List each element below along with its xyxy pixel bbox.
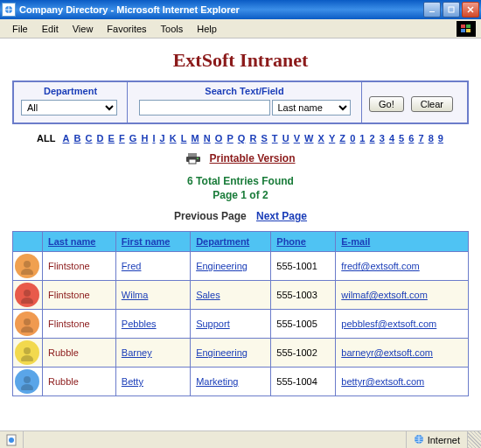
- printer-icon: [185, 152, 201, 166]
- alpha-link[interactable]: T: [272, 133, 278, 144]
- email-cell: fredf@extsoft.com: [336, 252, 469, 281]
- svg-rect-6: [466, 29, 471, 32]
- title-bar: Company Directory - Microsoft Internet E…: [0, 0, 481, 19]
- alpha-link[interactable]: J: [160, 133, 165, 144]
- phone-cell: 555-1005: [271, 310, 336, 339]
- results-count: 6 Total Entries Found: [12, 175, 469, 187]
- alpha-link[interactable]: Z: [339, 133, 345, 144]
- phone-cell: 555-1003: [271, 281, 336, 310]
- alpha-link[interactable]: 8: [429, 133, 434, 144]
- menu-view[interactable]: View: [66, 22, 101, 36]
- alpha-link[interactable]: L: [181, 133, 187, 144]
- svg-rect-4: [466, 24, 471, 28]
- go-button[interactable]: Go!: [369, 96, 404, 112]
- menu-tools[interactable]: Tools: [154, 22, 191, 36]
- alpha-link[interactable]: H: [141, 133, 148, 144]
- first-name-link[interactable]: Wilma: [122, 290, 149, 300]
- minimize-button[interactable]: [423, 2, 441, 18]
- search-input[interactable]: [139, 100, 270, 116]
- status-page-icon: [3, 433, 19, 447]
- first-name-link[interactable]: Pebbles: [122, 318, 157, 329]
- col-header[interactable]: First name: [115, 232, 190, 252]
- alpha-link[interactable]: M: [192, 133, 199, 144]
- avatar-cell: [13, 368, 43, 396]
- alpha-link[interactable]: A: [63, 133, 70, 144]
- svg-rect-9: [189, 159, 196, 164]
- alpha-link[interactable]: V: [294, 133, 300, 144]
- last-name-cell: Rubble: [43, 368, 116, 396]
- first-name-link[interactable]: Barney: [122, 347, 152, 358]
- table-row: RubbleBettyMarketing555-1004bettyr@extso…: [13, 368, 469, 396]
- alpha-link[interactable]: G: [129, 133, 137, 144]
- alpha-link[interactable]: 4: [389, 133, 394, 144]
- svg-rect-1: [429, 11, 435, 12]
- maximize-button[interactable]: [443, 2, 460, 18]
- col-header[interactable]: E-mail: [336, 232, 469, 252]
- menu-favorites[interactable]: Favorites: [100, 22, 153, 36]
- email-link[interactable]: barneyr@extsoft.com: [341, 347, 433, 358]
- department-link[interactable]: Sales: [196, 290, 220, 300]
- alpha-link[interactable]: Y: [329, 133, 335, 144]
- alpha-link[interactable]: W: [304, 133, 313, 144]
- email-link[interactable]: wilmaf@extsoft.com: [341, 290, 428, 300]
- department-link[interactable]: Marketing: [196, 376, 238, 387]
- svg-point-10: [197, 158, 199, 159]
- menu-file[interactable]: File: [5, 22, 35, 36]
- col-header[interactable]: Last name: [43, 232, 116, 252]
- first-name-link[interactable]: Fred: [122, 261, 142, 271]
- resize-grip[interactable]: [467, 431, 481, 448]
- col-header[interactable]: Phone: [271, 232, 336, 252]
- svg-point-20: [21, 384, 33, 390]
- search-field-select[interactable]: Last name: [272, 100, 351, 116]
- department-link[interactable]: Engineering: [196, 261, 247, 271]
- alpha-link[interactable]: K: [170, 133, 177, 144]
- alpha-link[interactable]: Q: [238, 133, 246, 144]
- alpha-link[interactable]: D: [97, 133, 104, 144]
- last-name-cell: Flintstone: [43, 281, 116, 310]
- alpha-link[interactable]: E: [108, 133, 115, 144]
- clear-button[interactable]: Clear: [411, 96, 453, 112]
- menu-help[interactable]: Help: [190, 22, 224, 36]
- alpha-link[interactable]: O: [215, 133, 223, 144]
- alpha-link[interactable]: X: [318, 133, 324, 144]
- email-link[interactable]: fredf@extsoft.com: [341, 261, 419, 271]
- department-cell: Marketing: [191, 368, 271, 396]
- ie-app-icon: [2, 3, 16, 17]
- alpha-link[interactable]: R: [249, 133, 256, 144]
- alpha-link[interactable]: 3: [380, 133, 385, 144]
- menu-bar: FileEditViewFavoritesToolsHelp: [0, 19, 481, 38]
- avatar-cell: [13, 310, 43, 339]
- alpha-link[interactable]: 9: [438, 133, 443, 144]
- svg-point-14: [21, 298, 33, 304]
- printable-link[interactable]: Printable Version: [210, 152, 296, 164]
- alpha-link[interactable]: U: [282, 133, 289, 144]
- alpha-link[interactable]: I: [152, 133, 155, 144]
- alpha-link[interactable]: P: [227, 133, 233, 144]
- alpha-link[interactable]: F: [119, 133, 125, 144]
- page-content: ExtSoft Intranet Department All Search T…: [0, 38, 481, 430]
- alpha-link[interactable]: 0: [350, 133, 355, 144]
- first-name-link[interactable]: Betty: [122, 376, 143, 387]
- alpha-link[interactable]: N: [204, 133, 211, 144]
- alpha-link[interactable]: S: [261, 133, 267, 144]
- alpha-link[interactable]: 7: [418, 133, 423, 144]
- alpha-link[interactable]: 6: [408, 133, 414, 144]
- alpha-link[interactable]: B: [74, 133, 81, 144]
- phone-cell: 555-1001: [271, 252, 336, 281]
- department-select[interactable]: All: [21, 100, 117, 116]
- department-link[interactable]: Support: [196, 318, 230, 329]
- svg-rect-7: [188, 153, 197, 157]
- alpha-link[interactable]: 2: [370, 133, 375, 144]
- next-page-link[interactable]: Next Page: [256, 210, 307, 222]
- menu-edit[interactable]: Edit: [35, 22, 66, 36]
- close-button[interactable]: [462, 2, 479, 18]
- alpha-link[interactable]: C: [86, 133, 93, 144]
- col-header[interactable]: Department: [191, 232, 271, 252]
- department-link[interactable]: Engineering: [196, 347, 247, 358]
- email-link[interactable]: bettyr@extsoft.com: [341, 376, 424, 387]
- alpha-link[interactable]: 1: [359, 133, 365, 144]
- alpha-link[interactable]: 5: [399, 133, 404, 144]
- avatar-header: [13, 232, 43, 252]
- email-link[interactable]: pebblesf@extsoft.com: [341, 318, 436, 329]
- department-label: Department: [21, 86, 120, 96]
